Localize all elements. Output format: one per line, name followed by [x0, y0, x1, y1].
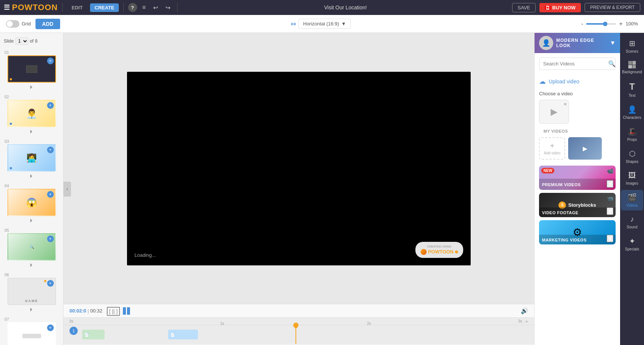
- characters-label: Characters: [623, 115, 641, 120]
- slide-add-button-3[interactable]: +: [47, 147, 54, 153]
- play-button[interactable]: [123, 307, 130, 315]
- slide-dot-3: [10, 167, 12, 169]
- watermark-prefix: CREATED USING: [427, 245, 451, 248]
- marketing-expand-button[interactable]: ▼: [607, 235, 613, 242]
- menu-icon[interactable]: ☰: [4, 3, 10, 12]
- slide-thumb-1[interactable]: +: [7, 55, 56, 83]
- upload-video-button[interactable]: ☁ Upload video: [535, 74, 620, 89]
- aspect-icon: ⇔: [291, 20, 296, 28]
- slide-ctrl-icon-1[interactable]: ⏵: [29, 84, 34, 90]
- slide-item-2[interactable]: 02 👨‍💼 + ⏵: [0, 92, 63, 137]
- storyblocks-card[interactable]: S Storyblocks VIDEO FOOTAGE 📹 ▼: [539, 193, 616, 217]
- slide-ctrl-2: ⏵: [29, 128, 34, 135]
- text-button[interactable]: T Text: [621, 78, 643, 101]
- storyblocks-expand-button[interactable]: ▼: [607, 207, 613, 215]
- slide-ctrl-icon-4[interactable]: ⏵: [29, 217, 34, 223]
- props-button[interactable]: 🎩 Props: [621, 124, 643, 145]
- time-current: 00:02:0: [69, 308, 86, 314]
- slide-thumb-2[interactable]: 👨‍💼 +: [7, 100, 56, 127]
- premium-expand-button[interactable]: ▼: [607, 180, 613, 188]
- grid-toggle-switch[interactable]: [6, 20, 19, 28]
- slide-add-button-6[interactable]: +: [47, 280, 54, 287]
- create-button[interactable]: CREATE: [90, 3, 118, 12]
- slide-thumb-4[interactable]: 😱 +: [7, 189, 56, 216]
- video-thumb-1[interactable]: ▶: [568, 137, 602, 160]
- slide-add-button-4[interactable]: +: [47, 191, 54, 198]
- volume-button[interactable]: 🔊: [521, 307, 528, 314]
- orientation-button[interactable]: Horizontal (16:9) ▼: [298, 19, 351, 29]
- slide-ctrl-icon-6[interactable]: ⏵: [29, 306, 34, 312]
- slide-thumb-5[interactable]: 🔍 +: [7, 233, 56, 261]
- redo-button[interactable]: ↪: [163, 3, 173, 12]
- search-icon[interactable]: 🔍: [608, 60, 616, 67]
- videos-button[interactable]: 🎬 Videos: [621, 190, 643, 210]
- sound-icon: ♪: [630, 215, 634, 224]
- props-icon: 🎩: [628, 127, 637, 136]
- save-button[interactable]: SAVE: [512, 3, 536, 12]
- slide-item-1[interactable]: 01 + ⏵: [0, 48, 63, 92]
- background-button[interactable]: Background: [621, 58, 643, 77]
- notes-button[interactable]: ≡: [140, 3, 148, 12]
- slide-item-5[interactable]: 05 🔍 + ⏵: [0, 226, 63, 270]
- storyblocks-brand: Storyblocks: [568, 202, 596, 208]
- slide-item-4[interactable]: 04 😱 + ⏵: [0, 181, 63, 226]
- storyblocks-label-area: VIDEO FOOTAGE: [539, 207, 616, 217]
- timeline-block-1[interactable]: 📄: [82, 330, 105, 339]
- images-icon: 🖼: [628, 171, 636, 180]
- specials-label: Specials: [625, 247, 639, 251]
- close-preview-button[interactable]: ✕: [563, 102, 567, 107]
- search-input[interactable]: [543, 61, 606, 67]
- slide-add-button-5[interactable]: +: [47, 235, 54, 242]
- slide-add-button-7[interactable]: +: [47, 324, 54, 331]
- slide-ctrl-6: ⏵: [29, 306, 34, 312]
- edit-button[interactable]: EDIT: [67, 3, 87, 12]
- cam-icon-storyblocks: 📹: [607, 195, 613, 201]
- scenes-button[interactable]: ⊞ Scenes: [621, 36, 643, 56]
- help-button[interactable]: ?: [128, 3, 137, 12]
- slide-item-7[interactable]: 07 + ⏵: [0, 315, 63, 345]
- slide-ctrl-icon-2[interactable]: ⏵: [29, 128, 34, 134]
- premium-videos-card[interactable]: NEW 📹 PREMIUM VIDEOS ▼: [539, 166, 616, 190]
- slide-ctrl-icon-3[interactable]: ⏵: [29, 173, 34, 179]
- slide-thumb-7[interactable]: +: [7, 322, 56, 345]
- search-box: 🔍: [539, 58, 616, 70]
- canvas-area: ‹ Loading... CREATED USING POWTOON: [64, 33, 534, 345]
- slide-item-6[interactable]: 06 GAME + ⏵: [0, 270, 63, 315]
- theme-expand-button[interactable]: ▼: [610, 40, 616, 46]
- slide-dot-1: [10, 78, 12, 80]
- zoom-in-button[interactable]: +: [619, 21, 622, 27]
- collapse-panel-button[interactable]: ‹: [64, 182, 71, 197]
- sound-button[interactable]: ♪ Sound: [621, 212, 643, 232]
- zoom-out-button[interactable]: -: [581, 21, 583, 27]
- grid-label: Grid: [22, 21, 31, 27]
- slide-add-button-1[interactable]: +: [47, 58, 54, 64]
- pause-button[interactable]: [ || ]: [107, 307, 120, 315]
- timeline-block-2[interactable]: 📄: [168, 330, 198, 339]
- shapes-label: Shapes: [626, 160, 638, 164]
- slide-thumb-6[interactable]: GAME +: [7, 278, 56, 305]
- add-button[interactable]: ADD: [35, 19, 60, 29]
- buy-button[interactable]: 🇨🇦 BUY NOW: [539, 3, 581, 12]
- time-display: 00:02:0 | 00:32: [69, 308, 102, 314]
- specials-button[interactable]: ✦ Specials: [621, 234, 643, 254]
- theme-banner: 👤 MODERN EDGE LOOK ▼: [535, 33, 620, 53]
- background-icon: [628, 61, 636, 68]
- slide-selector[interactable]: 12345678: [15, 37, 28, 45]
- marketing-card[interactable]: ⚙ MARKETING VIDEOS ▼: [539, 220, 616, 244]
- slide-ctrl-icon-5[interactable]: ⏵: [29, 262, 34, 268]
- timeline-zoom-in[interactable]: +: [525, 318, 528, 324]
- toolbar: Grid ADD ⇔ Horizontal (16:9) ▼ - + 100%: [0, 15, 644, 33]
- slide-add-button-2[interactable]: +: [47, 102, 54, 109]
- undo-button[interactable]: ↩: [151, 3, 160, 12]
- characters-button[interactable]: 👤 Characters: [621, 102, 643, 123]
- preview-export-button[interactable]: PREVIEW & EXPORT: [585, 3, 640, 12]
- timeline-marker-1[interactable]: 1: [69, 327, 78, 335]
- images-button[interactable]: 🖼 Images: [621, 168, 643, 188]
- shapes-button[interactable]: ⬡ Shapes: [621, 146, 643, 167]
- topbar-divider-3: [177, 3, 177, 12]
- slide-thumb-3[interactable]: 👩‍💻 +: [7, 144, 56, 172]
- zoom-slider[interactable]: [586, 23, 616, 25]
- add-video-button[interactable]: + Add video: [539, 137, 565, 160]
- slide-item-3[interactable]: 03 👩‍💻 + ⏵: [0, 137, 63, 181]
- scenes-icon: ⊞: [629, 39, 635, 48]
